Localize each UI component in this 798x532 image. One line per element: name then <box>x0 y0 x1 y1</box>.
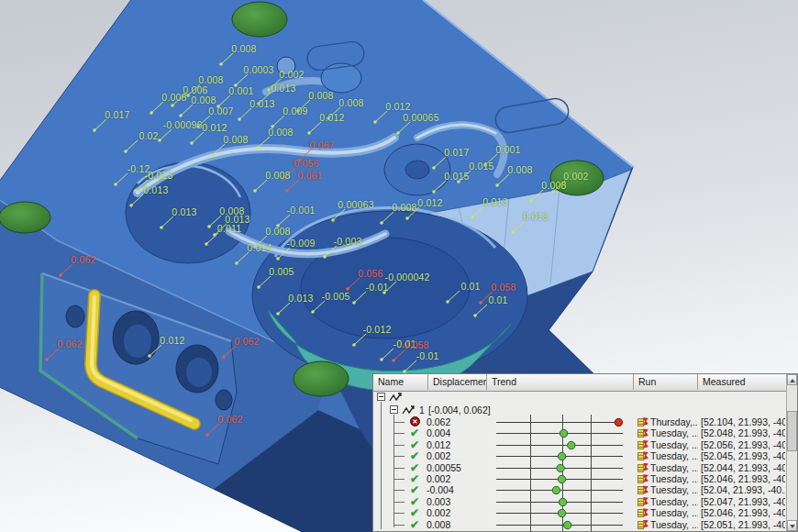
result-row[interactable]: ✔-0.004Tuesday, ...[52.04, 21.993, -40.1… <box>373 484 786 495</box>
displacement-value: 0.003 <box>427 496 487 507</box>
deviation-label-pass[interactable]: 0.008 <box>338 97 363 108</box>
deviation-label-fail[interactable]: 0.061 <box>297 170 322 181</box>
deviation-label-pass[interactable]: 0.012 <box>385 101 410 112</box>
column-header-measured[interactable]: Measured <box>698 374 787 390</box>
deviation-label-pass[interactable]: 0.008 <box>541 180 566 191</box>
deviation-label-pass[interactable]: 0.008 <box>223 134 248 145</box>
displacement-value: 0.012 <box>427 439 487 450</box>
displacement-value: 0.062 <box>427 416 487 427</box>
deviation-label-pass[interactable]: -0.00096 <box>162 119 202 130</box>
result-row[interactable]: ✔0.002Tuesday, ...[52.045, 21.993, -40.1… <box>373 450 786 461</box>
deviation-label-pass[interactable]: -0.01 <box>416 350 439 361</box>
deviation-label-pass[interactable]: 0.02 <box>139 130 158 141</box>
tree-group-row[interactable]: 1 [-0.004, 0.062] <box>373 404 786 416</box>
deviation-label-pass[interactable]: 0.008 <box>161 92 186 103</box>
scroll-up-button[interactable] <box>787 374 797 385</box>
deviation-label-pass[interactable]: 0.00063 <box>338 199 373 210</box>
deviation-label-pass[interactable]: 0.012 <box>417 197 442 208</box>
deviation-label-pass[interactable]: 0.015 <box>444 171 469 182</box>
tree-branch <box>393 445 405 446</box>
deviation-label-pass[interactable]: -0.01 <box>366 282 389 293</box>
deviation-label-pass[interactable]: -0.009 <box>287 238 316 249</box>
deviation-label-pass[interactable]: 0.005 <box>269 266 294 277</box>
deviation-label-pass[interactable]: -0.003 <box>334 236 362 247</box>
deviation-label-pass[interactable]: 0.015 <box>469 161 493 172</box>
deviation-label-pass[interactable]: 0.008 <box>191 94 216 105</box>
result-row[interactable]: ✔0.008Tuesday, ...[52.051, 21.993, -40.1… <box>373 519 786 530</box>
displacement-value: 0.002 <box>427 507 487 518</box>
deviation-label-pass[interactable]: 0.008 <box>507 164 532 175</box>
result-row[interactable]: ✔0.003Tuesday, ...[52.047, 21.993, -40.1… <box>373 496 786 507</box>
deviation-label-pass[interactable]: 0.013 <box>249 98 274 109</box>
deviation-label-pass[interactable]: -0.005 <box>322 291 350 302</box>
scroll-thumb[interactable] <box>787 411 797 451</box>
deviation-label-pass[interactable]: 0.017 <box>444 147 469 158</box>
column-header-trend[interactable]: Trend <box>487 374 634 390</box>
run-date: Tuesday, ... <box>650 450 698 461</box>
deviation-label-fail[interactable]: 0.058 <box>491 282 515 293</box>
run-date: Tuesday, ... <box>650 496 698 507</box>
deviation-label-pass[interactable]: 0.008 <box>265 170 290 181</box>
deviation-label-fail[interactable]: 0.062 <box>234 336 259 347</box>
deviation-label-fail[interactable]: 0.062 <box>71 254 95 265</box>
deviation-label-pass[interactable]: -0.012 <box>363 324 392 335</box>
result-row[interactable]: ✔0.00055Tuesday, ...[52.044, 21.993, -40… <box>373 462 786 473</box>
deviation-label-pass[interactable]: 0.008 <box>392 202 416 213</box>
collapse-box-icon[interactable] <box>377 393 385 401</box>
measured-coordinates: [52.044, 21.993, -40.1... <box>701 462 785 473</box>
results-body[interactable]: 1 [-0.004, 0.062] ✕0.062Thursday,...[52.… <box>373 391 786 531</box>
deviation-label-pass[interactable]: 0.011 <box>217 223 242 234</box>
deviation-label-fail[interactable]: 0.058 <box>404 339 428 350</box>
deviation-label-pass[interactable]: 0.009 <box>283 105 307 116</box>
deviation-label-pass[interactable]: 0.013 <box>288 293 313 304</box>
collapse-box-icon[interactable] <box>390 405 398 414</box>
deviation-label-pass[interactable]: 0.01 <box>488 294 507 305</box>
deviation-label-pass[interactable]: 0.001 <box>495 144 520 155</box>
deviation-label-fail[interactable]: 0.062 <box>57 338 82 349</box>
pass-check-icon: ✔ <box>410 450 419 461</box>
deviation-label-pass[interactable]: 0.012 <box>202 122 227 133</box>
deviation-label-pass[interactable]: 0.017 <box>105 109 129 120</box>
results-scrollbar[interactable] <box>786 374 797 531</box>
deviation-label-pass[interactable]: -0.013 <box>145 170 173 181</box>
deviation-label-pass[interactable]: 0.008 <box>268 127 293 138</box>
deviation-label-pass[interactable]: 0.012 <box>319 112 344 123</box>
results-panel: NameDisplacementTrendRunMeasured 1 [-0.0… <box>372 373 798 532</box>
pass-check-icon: ✔ <box>410 439 419 450</box>
deviation-label-fail[interactable]: 0.062 <box>217 414 242 425</box>
column-header-run[interactable]: Run <box>634 374 698 390</box>
deviation-label-pass[interactable]: -0.000042 <box>384 272 429 283</box>
result-row[interactable]: ✔0.002Tuesday, ...[52.046, 21.993, -40.1… <box>373 473 786 484</box>
scroll-down-button[interactable] <box>787 520 797 531</box>
deviation-label-pass[interactable]: 0.013 <box>523 211 548 222</box>
measured-coordinates: [52.046, 21.993, -40.1... <box>701 507 785 518</box>
deviation-label-pass[interactable]: 0.007 <box>208 105 233 116</box>
deviation-label-pass[interactable]: 0.002 <box>563 171 588 182</box>
tree-root-row[interactable] <box>373 391 786 403</box>
deviation-label-pass[interactable]: 0.00065 <box>403 112 438 123</box>
deviation-label-pass[interactable]: -0.013 <box>140 184 169 195</box>
result-row[interactable]: ✔0.002Tuesday, ...[52.046, 21.993, -40.1… <box>373 507 786 518</box>
measured-coordinates: [52.046, 21.993, -40.1... <box>701 473 785 484</box>
deviation-label-fail[interactable]: 0.056 <box>358 268 382 279</box>
column-header-displacement[interactable]: Displacement <box>428 374 487 390</box>
deviation-label-pass[interactable]: 0.013 <box>482 196 507 207</box>
deviation-label-pass[interactable]: 0.01 <box>460 281 480 292</box>
deviation-label-pass[interactable]: 0.0003 <box>243 64 273 75</box>
result-row[interactable]: ✔0.012Tuesday, ...[52.056, 21.993, -40.1… <box>373 439 786 450</box>
result-row[interactable]: ✔0.004Tuesday, ...[52.048, 21.993, -40.1… <box>373 427 786 438</box>
result-row[interactable]: ✕0.062Thursday,...[52.104, 21.993, -40.1… <box>373 416 786 427</box>
deviation-label-pass[interactable]: 0.008 <box>265 226 290 237</box>
deviation-label-pass[interactable]: 0.014 <box>247 242 272 253</box>
deviation-label-pass[interactable]: 0.002 <box>279 69 304 80</box>
column-header-name[interactable]: Name <box>373 374 428 390</box>
deviation-label-fail[interactable]: 0.056 <box>294 158 318 169</box>
deviation-label-pass[interactable]: 0.001 <box>228 85 253 96</box>
deviation-label-fail[interactable]: 0.067 <box>309 139 334 150</box>
deviation-label-pass[interactable]: 0.008 <box>308 90 333 101</box>
deviation-label-pass[interactable]: 0.008 <box>231 43 256 54</box>
deviation-label-pass[interactable]: 0.012 <box>160 335 184 346</box>
deviation-label-pass[interactable]: -0.001 <box>287 205 316 216</box>
deviation-label-pass[interactable]: 0.013 <box>172 206 196 217</box>
deviation-label-pass[interactable]: -0.013 <box>268 83 296 94</box>
